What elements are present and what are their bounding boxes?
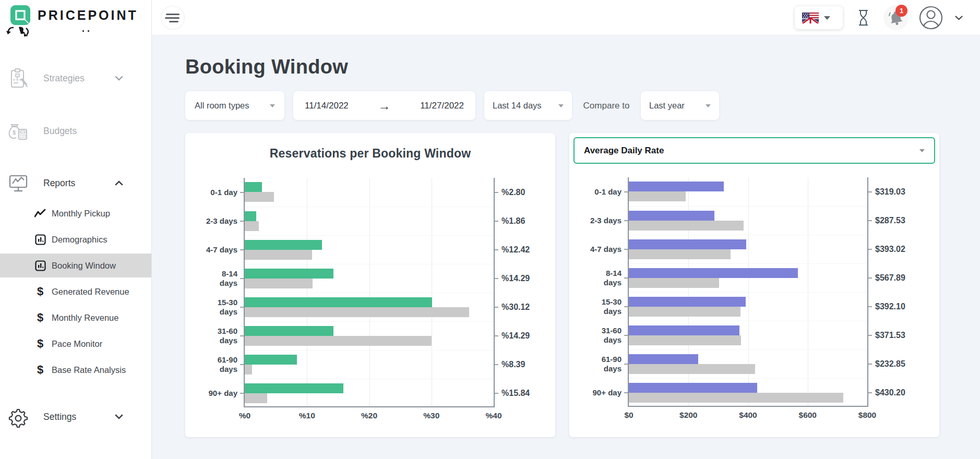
bar-current-period (245, 269, 333, 279)
language-selector[interactable] (795, 6, 843, 29)
bar-current-period (245, 297, 432, 307)
category-label: 31-60 days (194, 321, 244, 350)
category-label: 4-7 days (578, 235, 628, 263)
bar-current-period (629, 182, 724, 191)
history-button[interactable] (857, 0, 870, 35)
bar-current-period (629, 239, 746, 249)
category-label: 8-14 days (578, 263, 628, 292)
chart-row (245, 178, 494, 207)
sidebar: PRICEPOINT Strategies (0, 0, 152, 459)
sidebar-item-label: Demographics (52, 235, 107, 245)
value-label: %8.39 (495, 350, 547, 379)
plot-area: $0$200$400$600$800 (628, 177, 868, 407)
room-type-dropdown[interactable]: All room types (185, 91, 284, 120)
sidebar-item-demographics[interactable]: Demographics (0, 227, 151, 251)
sidebar-item-booking-window[interactable]: Booking Window (0, 253, 151, 277)
bar-comparison (245, 307, 469, 317)
chart-row (629, 177, 867, 206)
sidebar-item-monthly-pickup[interactable]: Monthly Pickup (0, 201, 151, 225)
value-label: $393.02 (868, 235, 931, 263)
sidebar-item-base-rate-analysis[interactable]: $ Base Rate Analysis (0, 358, 151, 382)
sidebar-item-label: Monthly Pickup (52, 209, 110, 219)
chart-row (245, 321, 494, 350)
bar-comparison (245, 393, 267, 403)
metric-selector-dropdown[interactable]: Average Daily Rate (573, 137, 935, 164)
category-label: 15-30 days (194, 293, 244, 321)
value-labels: %2.80%1.86%12.42%14.29%30.12%14.29%8.39%… (495, 178, 547, 407)
sidebar-item-label: Base Rate Analysis (52, 365, 126, 375)
sidebar-item-pace-monitor[interactable]: $ Pace Monitor (0, 332, 151, 356)
value-label: $319.03 (868, 177, 931, 206)
category-label: 15-30 days (578, 292, 628, 321)
metric-selector-value: Average Daily Rate (584, 146, 664, 156)
x-tick-label: $400 (739, 410, 757, 420)
value-label: %15.84 (495, 379, 547, 407)
bar-current-period (245, 383, 343, 393)
bar-comparison (245, 279, 313, 288)
account-dropdown-toggle[interactable] (955, 0, 963, 35)
brand-logo[interactable]: PRICEPOINT (0, 0, 151, 26)
bar-comparison (245, 192, 274, 202)
value-label: $392.10 (868, 292, 931, 321)
bar-current-period (629, 268, 798, 278)
hamburger-icon (166, 14, 180, 15)
sidebar-item-label: Booking Window (52, 261, 116, 271)
sidebar-item-settings[interactable]: Settings (0, 404, 151, 429)
dollar-icon: $ (34, 363, 46, 377)
date-range-picker: 11/14/2022 → 11/27/2022 (293, 91, 475, 120)
sidebar-item-strategies[interactable]: Strategies (0, 66, 151, 91)
sidebar-item-label: Reports (43, 178, 75, 189)
notifications-button[interactable]: 1 (883, 0, 909, 35)
reservations-chart-card: Reservations per Booking Window 0-1 day2… (185, 133, 555, 437)
sidebar-item-reports[interactable]: Reports (0, 171, 151, 196)
chevron-down-icon (824, 16, 830, 20)
arrow-right-icon: → (375, 100, 394, 112)
bar-comparison (629, 393, 843, 403)
sidebar-item-monthly-revenue[interactable]: $ Monthly Revenue (0, 306, 151, 330)
sidebar-item-label: Strategies (43, 73, 85, 84)
charts-row: Reservations per Booking Window 0-1 day2… (185, 133, 980, 437)
sidebar-item-label: Pace Monitor (52, 339, 102, 349)
chevron-down-icon (115, 414, 123, 419)
menu-toggle-button[interactable] (161, 6, 185, 30)
page-title: Booking Window (185, 56, 980, 77)
chart-row (245, 379, 494, 407)
sidebar-item-label: Budgets (43, 126, 77, 137)
value-label: $232.85 (868, 349, 931, 378)
category-label: 61-90 days (578, 349, 628, 378)
bar-current-period (629, 383, 757, 393)
value-label: %14.29 (495, 321, 547, 350)
value-label: %12.42 (495, 235, 547, 264)
chart-row (245, 350, 494, 379)
plot-area: %0%10%20%30%40 (244, 178, 495, 407)
metric-chart-card: Average Daily Rate 0-1 day2-3 days4-7 da… (569, 133, 939, 437)
dollar-icon: $ (34, 311, 46, 324)
date-from-input[interactable]: 11/14/2022 (305, 101, 349, 111)
sidebar-item-label: Settings (43, 412, 76, 422)
sidebar-item-label: Generated Revenue (52, 287, 129, 297)
category-label: 8-14 days (194, 264, 244, 293)
chart-row (629, 263, 867, 292)
value-label: $430.20 (868, 378, 931, 407)
sidebar-item-budgets[interactable]: $ Budgets (0, 118, 151, 143)
bar-comparison (629, 335, 741, 345)
bar-chart-icon (34, 234, 46, 245)
bar-comparison (629, 307, 740, 317)
x-tick-label: %30 (423, 411, 439, 420)
topbar: 1 (152, 0, 980, 35)
y-axis-labels: 0-1 day2-3 days4-7 days8-14 days15-30 da… (194, 178, 244, 407)
period-dropdown[interactable]: Last 14 days (484, 91, 572, 120)
sidebar-item-generated-revenue[interactable]: $ Generated Revenue (0, 280, 151, 304)
compare-dropdown[interactable]: Last year (641, 91, 719, 120)
compare-value: Last year (649, 101, 685, 111)
bar-current-period (629, 325, 739, 335)
pricepoint-logo-icon (10, 5, 31, 26)
dollar-icon: $ (34, 337, 46, 351)
user-menu-button[interactable] (919, 0, 943, 35)
value-label: %30.12 (495, 293, 547, 321)
metric-chart: 0-1 day2-3 days4-7 days8-14 days15-30 da… (569, 177, 939, 407)
date-to-input[interactable]: 11/27/2022 (420, 101, 464, 111)
category-label: 2-3 days (194, 207, 244, 235)
bar-comparison (245, 336, 432, 346)
category-label: 31-60 days (578, 321, 628, 349)
